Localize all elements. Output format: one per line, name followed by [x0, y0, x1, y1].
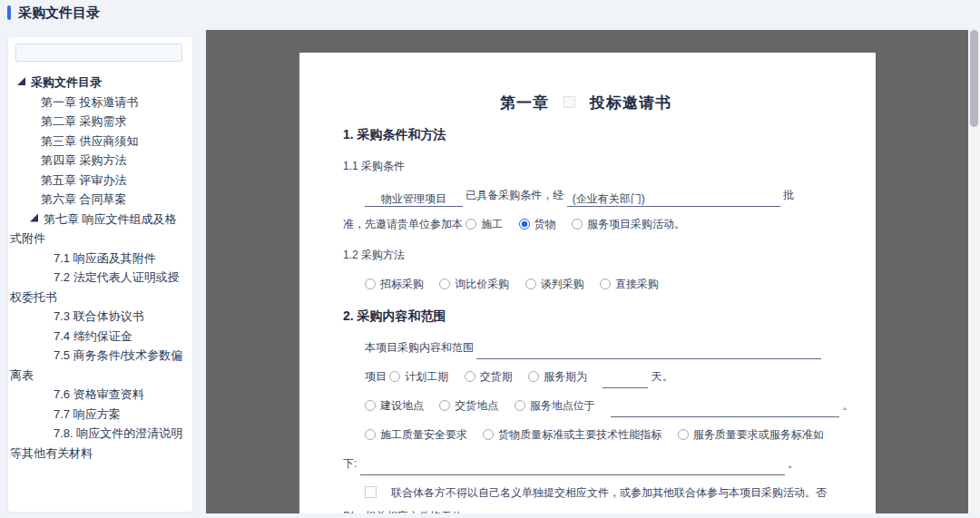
- tree-item-chapter-6[interactable]: 第六章 合同草案: [10, 190, 185, 210]
- radio-option-construction-quality[interactable]: 施工质量安全要求: [365, 428, 467, 441]
- document-title-name: 投标邀请书: [590, 94, 671, 112]
- radio-option-goods-quality[interactable]: 货物质量标准或主要技术性能指标: [483, 428, 662, 441]
- radio-label: 货物质量标准或主要技术性能指标: [498, 428, 662, 441]
- radio-label: 建设地点: [380, 399, 424, 412]
- scrollbar-thumb[interactable]: [970, 30, 978, 127]
- radio-label: 谈判采购: [541, 278, 584, 290]
- tree-item-chapter-2[interactable]: 第二章 采购需求: [10, 112, 185, 132]
- document-title: 第一章投标邀请书: [343, 93, 828, 114]
- radio-checked-icon: [519, 219, 530, 230]
- radio-option-inquiry[interactable]: 询比价采购: [439, 278, 509, 290]
- section-1-heading: 1. 采购条件和方法: [343, 127, 828, 142]
- tree-item-label: 第一章 投标邀请书: [41, 95, 139, 109]
- tree-item-label: 第三章 供应商须知: [41, 134, 139, 148]
- radio-unchecked-icon: [528, 371, 539, 382]
- tree-item-label: 第六章 合同草案: [41, 192, 127, 206]
- radio-unchecked-icon: [525, 279, 536, 289]
- radio-option-service-site[interactable]: 服务地点位于: [514, 399, 595, 412]
- radio-option-bidding[interactable]: 招标采购: [365, 278, 424, 290]
- tree-item-7-7[interactable]: 7.7 响应方案: [10, 405, 185, 425]
- tree-item-7-5[interactable]: 7.5 商务条件/技术参数偏离表: [10, 346, 185, 385]
- radio-label: 货物: [534, 218, 556, 230]
- blank-department: (企业有关部门): [567, 191, 780, 207]
- radio-label: 计划工期: [405, 370, 448, 383]
- checkbox-unchecked-icon[interactable]: [365, 486, 377, 498]
- location-suffix: 。: [842, 399, 853, 412]
- tree-item-label: 7.5 商务条件/技术参数偏离表: [10, 348, 182, 382]
- radio-option-delivery-site[interactable]: 交货地点: [439, 399, 498, 412]
- tree-root-label: 采购文件目录: [31, 75, 102, 89]
- radio-label: 交货期: [480, 370, 513, 383]
- radio-label: 施工质量安全要求: [380, 428, 467, 441]
- tree-item-chapter-1[interactable]: 第一章 投标邀请书: [10, 93, 185, 112]
- radio-option-service-quality[interactable]: 服务质量要求或服务标准如: [678, 428, 824, 441]
- tree-item-chapter-5[interactable]: 第五章 评审办法: [10, 171, 185, 191]
- radio-option-service[interactable]: 服务项目采购活动。: [572, 218, 685, 230]
- caret-expanded-icon[interactable]: [17, 77, 25, 85]
- tree-item-label: 7.7 响应方案: [54, 407, 121, 421]
- blank-days: [603, 372, 648, 388]
- radio-option-service-period[interactable]: 服务期为: [528, 370, 587, 383]
- consortium-text: 联合体各方不得以自己名义单独提交相应文件，或参加其他联合体参与本项目采购活动。否…: [343, 486, 827, 513]
- catalog-search-input[interactable]: [15, 44, 182, 62]
- radio-label: 服务地点位于: [530, 399, 595, 412]
- tree-item-7-3[interactable]: 7.3 联合体协议书: [10, 307, 185, 327]
- catalog-sidebar: 采购文件目录 第一章 投标邀请书 第二章 采购需求 第三章 供应商须知 第四章 …: [7, 36, 193, 513]
- radio-option-goods[interactable]: 货物: [519, 218, 556, 230]
- header-accent-bar: [7, 5, 11, 20]
- radio-unchecked-icon: [572, 219, 583, 230]
- document-title-chapter: 第一章: [500, 94, 549, 112]
- period-line: 项目 计划工期 交货期 服务期为 天。: [343, 365, 828, 388]
- tree-item-label: 7.8. 响应文件的澄清说明等其他有关材料: [10, 426, 182, 460]
- tree-item-label: 7.4 缔约保证金: [54, 329, 132, 343]
- tree-item-7-8[interactable]: 7.8. 响应文件的澄清说明等其他有关材料: [10, 424, 185, 463]
- tree-item-chapter-3[interactable]: 第三章 供应商须知: [10, 132, 185, 151]
- radio-unchecked-icon: [465, 371, 475, 382]
- tree-item-7-6[interactable]: 7.6 资格审查资料: [10, 385, 185, 405]
- tree-root-item[interactable]: 采购文件目录: [10, 73, 185, 93]
- document-page: 第一章投标邀请书 1. 采购条件和方法 1.1 采购条件 物业管理项目 已具备采…: [299, 53, 876, 513]
- para-text: 已具备采购条件，经: [466, 189, 564, 201]
- radio-unchecked-icon: [678, 429, 689, 440]
- tree-item-label: 第二章 采购需求: [41, 114, 127, 128]
- radio-label: 交货地点: [455, 399, 498, 412]
- radio-label: 服务质量要求或服务标准如: [693, 428, 824, 441]
- blank-scope: [476, 343, 821, 359]
- tree-item-label: 第四章 采购方法: [41, 153, 127, 167]
- radio-option-direct[interactable]: 直接采购: [600, 278, 659, 290]
- page-title: 采购文件目录: [18, 5, 100, 22]
- radio-option-planned-duration[interactable]: 计划工期: [389, 370, 448, 383]
- radio-option-construction-site[interactable]: 建设地点: [365, 399, 424, 412]
- radio-option-negotiation[interactable]: 谈判采购: [525, 278, 584, 290]
- radio-unchecked-icon: [600, 279, 611, 289]
- tree-item-label: 7.3 联合体协议书: [54, 309, 144, 323]
- section-2-heading: 2. 采购内容和范围: [343, 308, 828, 324]
- method-radio-row: 招标采购 询比价采购 谈判采购 直接采购: [343, 272, 828, 296]
- para-text: 准，先邀请贵单位参加本: [343, 218, 463, 230]
- tree-item-7-4[interactable]: 7.4 缔约保证金: [10, 327, 185, 347]
- radio-unchecked-icon: [439, 400, 450, 411]
- tree-item-label: 7.1 响应函及其附件: [54, 251, 156, 265]
- blank-quality: [360, 459, 785, 475]
- scrollbar-track[interactable]: [968, 30, 980, 513]
- radio-label: 施工: [481, 218, 503, 230]
- radio-option-delivery-period[interactable]: 交货期: [465, 370, 513, 383]
- tree-item-7-1[interactable]: 7.1 响应函及其附件: [10, 249, 185, 269]
- para-conditions-line-2: 准，先邀请贵单位参加本 施工 货物 服务项目采购活动。: [343, 212, 828, 236]
- radio-option-construction[interactable]: 施工: [466, 218, 503, 230]
- radio-unchecked-icon: [365, 400, 376, 411]
- tree-item-chapter-7[interactable]: 第七章 响应文件组成及格式附件: [10, 210, 185, 249]
- tree-item-7-2[interactable]: 7.2 法定代表人证明或授权委托书: [10, 268, 185, 307]
- quality-line-2: 下: 。: [343, 452, 828, 475]
- radio-unchecked-icon: [466, 219, 476, 230]
- quality-wrap-text: 下:: [343, 457, 357, 470]
- quality-suffix: 。: [788, 457, 799, 470]
- catalog-tree: 采购文件目录 第一章 投标邀请书 第二章 采购需求 第三章 供应商须知 第四章 …: [8, 73, 192, 472]
- tree-item-chapter-4[interactable]: 第四章 采购方法: [10, 151, 185, 171]
- caret-expanded-icon[interactable]: [30, 214, 38, 222]
- period-suffix: 天。: [652, 370, 673, 383]
- page-header: 采购文件目录: [0, 0, 980, 27]
- radio-unchecked-icon: [514, 400, 525, 411]
- blank-project-name: 物业管理项目: [365, 191, 463, 207]
- tree-item-label: 7.6 资格审查资料: [54, 387, 144, 401]
